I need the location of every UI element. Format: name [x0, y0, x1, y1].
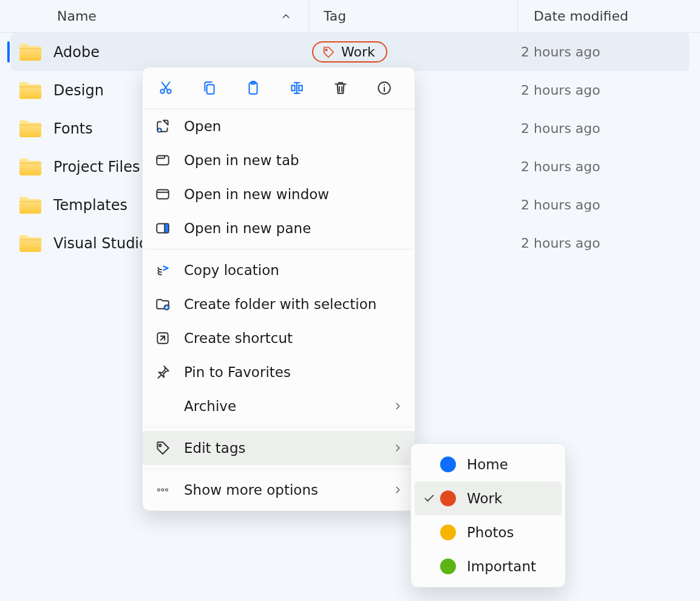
column-header-date[interactable]: Date modified	[517, 0, 700, 32]
tag-icon	[155, 440, 184, 456]
folder-icon	[18, 157, 42, 177]
menu-item-label: Copy location	[184, 262, 403, 278]
date-modified-label: 2 hours ago	[521, 121, 600, 136]
paste-button[interactable]	[243, 78, 263, 98]
tab-icon	[155, 152, 184, 168]
tag-option-label: Photos	[467, 525, 514, 540]
column-header-name-label: Name	[57, 8, 97, 24]
folder-icon	[18, 81, 42, 100]
folder-icon	[18, 234, 42, 253]
menu-item-open-new-pane[interactable]: Open in new pane	[143, 211, 415, 245]
pin-icon	[155, 364, 184, 380]
folder-icon	[18, 119, 42, 138]
tag-option-label: Important	[467, 559, 536, 574]
properties-button[interactable]	[375, 78, 394, 98]
copy-button[interactable]	[200, 78, 219, 98]
menu-item-open-new-window[interactable]: Open in new window	[143, 177, 415, 211]
window-icon	[155, 186, 184, 202]
check-icon	[418, 492, 440, 504]
tag-flyout: HomeWorkPhotosImportant	[410, 443, 566, 588]
file-name-label: Templates	[53, 197, 127, 214]
column-header-row: Name Tag Date modified	[0, 0, 700, 33]
chevron-right-icon	[393, 440, 403, 456]
tag-option-photos[interactable]: Photos	[415, 515, 562, 549]
dots-icon	[155, 482, 184, 498]
menu-item-label: Open in new tab	[184, 152, 403, 168]
shortcut-icon	[155, 330, 184, 346]
tag-option-home[interactable]: Home	[415, 447, 562, 481]
chevron-right-icon	[393, 482, 403, 498]
tag-option-label: Home	[467, 457, 508, 472]
menu-item-label: Create shortcut	[184, 330, 403, 346]
tag-color-dot	[440, 525, 456, 540]
file-row[interactable]: AdobeWork2 hours ago	[11, 33, 689, 71]
menu-item-open-new-tab[interactable]: Open in new tab	[143, 143, 415, 177]
context-menu: OpenOpen in new tabOpen in new windowOpe…	[142, 67, 415, 511]
tag-option-important[interactable]: Important	[415, 549, 562, 583]
menu-item-open[interactable]: Open	[143, 109, 415, 143]
menu-item-pin-favorites[interactable]: Pin to Favorites	[143, 355, 415, 389]
menu-item-label: Edit tags	[184, 440, 393, 456]
date-modified-label: 2 hours ago	[521, 197, 600, 212]
chevron-right-icon	[393, 398, 403, 414]
cut-button[interactable]	[156, 78, 175, 98]
menu-item-label: Pin to Favorites	[184, 364, 403, 380]
tag-chip-label: Work	[341, 44, 375, 59]
menu-item-label: Create folder with selection	[184, 296, 403, 312]
file-name-label: Design	[53, 82, 104, 99]
menu-item-edit-tags[interactable]: Edit tags	[143, 431, 415, 465]
tag-chip[interactable]: Work	[312, 41, 387, 63]
menu-item-label: Open in new window	[184, 186, 403, 202]
delete-button[interactable]	[331, 78, 350, 98]
tag-option-work[interactable]: Work	[415, 481, 562, 515]
date-modified-label: 2 hours ago	[521, 83, 600, 98]
rename-button[interactable]	[287, 78, 307, 98]
column-header-tag-label: Tag	[324, 8, 346, 24]
file-name-label: Adobe	[53, 44, 100, 61]
menu-separator	[145, 249, 412, 250]
tag-option-label: Work	[467, 491, 502, 506]
folder-plus-icon	[155, 296, 184, 312]
open-icon	[155, 118, 184, 134]
column-header-date-label: Date modified	[534, 8, 628, 24]
tag-color-dot	[440, 457, 456, 472]
column-header-tag[interactable]: Tag	[308, 0, 517, 32]
pane-icon	[155, 220, 184, 236]
sort-ascending-icon	[280, 11, 291, 22]
menu-item-label: Show more options	[184, 482, 393, 498]
file-name-label: Fonts	[53, 120, 93, 137]
menu-item-more-options[interactable]: Show more options	[143, 473, 415, 507]
folder-icon	[18, 42, 42, 62]
date-modified-label: 2 hours ago	[521, 44, 600, 59]
menu-item-label: Open	[184, 118, 403, 134]
folder-icon	[18, 195, 42, 215]
menu-item-archive[interactable]: Archive	[143, 389, 415, 423]
tag-color-dot	[440, 559, 456, 574]
date-modified-label: 2 hours ago	[521, 236, 600, 251]
file-name-label: Visual Studio	[53, 235, 148, 252]
menu-item-label: Archive	[184, 398, 393, 414]
tag-color-dot	[440, 491, 456, 506]
menu-separator	[145, 427, 412, 427]
menu-item-copy-location[interactable]: Copy location	[143, 253, 415, 287]
column-header-name[interactable]: Name	[0, 8, 308, 24]
context-menu-toolbar	[143, 67, 415, 109]
menu-item-create-folder-sel[interactable]: Create folder with selection	[143, 287, 415, 321]
menu-separator	[145, 469, 412, 469]
menu-item-create-shortcut[interactable]: Create shortcut	[143, 321, 415, 355]
file-name-label: Project Files	[53, 158, 140, 175]
date-modified-label: 2 hours ago	[521, 159, 600, 174]
stack-icon	[155, 262, 184, 278]
menu-item-label: Open in new pane	[184, 220, 403, 236]
